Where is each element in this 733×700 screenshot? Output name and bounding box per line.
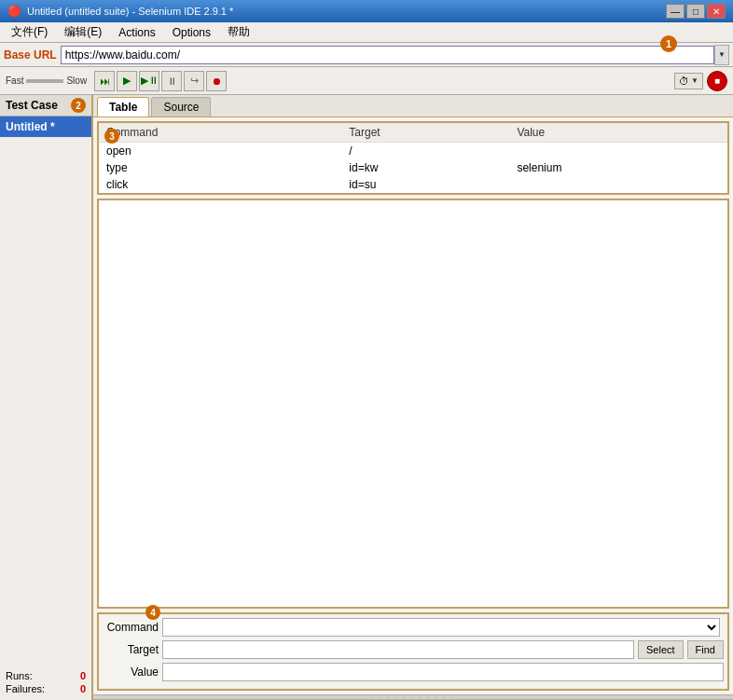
command-table: Command Target Value open / type id=kw s… bbox=[99, 123, 727, 193]
tab-source[interactable]: Source bbox=[151, 97, 211, 117]
stop-button[interactable]: ■ bbox=[707, 71, 727, 91]
step-button[interactable]: ↪ bbox=[184, 71, 204, 91]
middle-area bbox=[97, 199, 729, 609]
test-case-header: Test Case 2 bbox=[0, 95, 91, 117]
clock-button[interactable]: ⏱ ▼ bbox=[674, 73, 703, 89]
col-target: Target bbox=[341, 123, 509, 143]
close-button[interactable]: ✕ bbox=[707, 4, 726, 19]
command-label: Command bbox=[103, 621, 159, 634]
runs-value: 0 bbox=[80, 670, 86, 681]
clock-icon: ⏱ bbox=[679, 75, 689, 87]
dropdown-arrow-icon: ▼ bbox=[718, 50, 726, 59]
row1-target: / bbox=[341, 143, 509, 160]
clock-dropdown-icon: ▼ bbox=[691, 76, 698, 85]
splitter[interactable]: · · · · · · · · · · · bbox=[93, 694, 733, 700]
base-url-bar: Base URL ▼ 1 bbox=[0, 43, 733, 67]
editor-tab-bar: Table Source bbox=[93, 95, 733, 117]
speed-slider[interactable] bbox=[26, 79, 63, 83]
window-title: Untitled (untitled suite) - Selenium IDE… bbox=[27, 6, 233, 17]
runs-failures: Runs: 0 Failures: 0 bbox=[0, 666, 91, 700]
area-label-3: 3 bbox=[104, 129, 119, 144]
row3-value bbox=[509, 176, 727, 193]
target-row: Target Select Find bbox=[103, 640, 724, 659]
slow-label: Slow bbox=[66, 75, 87, 86]
target-label: Target bbox=[103, 643, 159, 656]
pause-button[interactable]: ⏸ bbox=[161, 71, 182, 91]
run-current-button[interactable]: ▶ bbox=[117, 71, 137, 91]
base-url-dropdown[interactable]: ▼ bbox=[714, 45, 729, 65]
select-button[interactable]: Select bbox=[638, 640, 684, 659]
menu-file[interactable]: 文件(F) bbox=[4, 22, 55, 42]
table-row[interactable]: open / bbox=[99, 143, 727, 160]
value-row: Value bbox=[103, 663, 724, 681]
tab-table[interactable]: Table bbox=[97, 97, 149, 117]
maximize-button[interactable]: □ bbox=[686, 4, 705, 19]
menu-actions[interactable]: Actions bbox=[111, 24, 162, 41]
area-label-1: 1 bbox=[660, 35, 677, 52]
area-label-2: 2 bbox=[71, 98, 86, 113]
test-case-panel: Test Case 2 Untitled * Runs: 0 Failures:… bbox=[0, 95, 93, 700]
command-select[interactable] bbox=[162, 618, 720, 637]
right-panel: Table Source 3 Command Target Value open… bbox=[93, 95, 733, 700]
failures-label: Failures: bbox=[6, 683, 45, 694]
menu-help[interactable]: 帮助 bbox=[220, 22, 257, 42]
base-url-label: Base URL bbox=[4, 48, 57, 62]
app-icon: 🔴 bbox=[7, 5, 21, 18]
failures-row: Failures: 0 bbox=[6, 683, 86, 694]
test-case-header-label: Test Case bbox=[6, 99, 58, 112]
col-command: Command bbox=[99, 123, 341, 143]
row3-target: id=su bbox=[341, 176, 509, 193]
target-input[interactable] bbox=[162, 640, 634, 659]
value-label: Value bbox=[103, 666, 159, 679]
row3-command: click bbox=[99, 176, 341, 193]
run-and-pause-button[interactable]: ▶⏸ bbox=[139, 71, 159, 91]
speed-bar: Fast Slow bbox=[6, 75, 87, 86]
fast-label: Fast bbox=[6, 75, 23, 86]
command-table-area: 3 Command Target Value open / bbox=[97, 121, 729, 195]
splitter-dots: · · · · · · · · · · · bbox=[372, 693, 455, 701]
minimize-button[interactable]: — bbox=[666, 4, 685, 19]
runs-row: Runs: 0 bbox=[6, 670, 86, 681]
row1-value bbox=[509, 143, 727, 160]
command-editor: 4 Command Target Select Find Value bbox=[97, 612, 729, 691]
row2-command: type bbox=[99, 159, 341, 176]
base-url-input[interactable] bbox=[61, 46, 714, 64]
table-row[interactable]: click id=su bbox=[99, 176, 727, 193]
failures-value: 0 bbox=[80, 683, 86, 694]
toolbar-right: ⏱ ▼ ■ bbox=[674, 71, 727, 91]
title-bar: 🔴 Untitled (untitled suite) - Selenium I… bbox=[0, 0, 733, 22]
record-button[interactable]: ⏺ bbox=[206, 71, 227, 91]
row1-command: open bbox=[99, 143, 341, 160]
stop-icon: ■ bbox=[714, 75, 720, 86]
menu-bar: 文件(F) 编辑(E) Actions Options 帮助 bbox=[0, 22, 733, 43]
row2-value: selenium bbox=[509, 159, 727, 176]
area-label-4: 4 bbox=[145, 605, 160, 620]
row2-target: id=kw bbox=[341, 159, 509, 176]
run-all-button[interactable]: ⏭ bbox=[94, 71, 115, 91]
find-button[interactable]: Find bbox=[687, 640, 724, 659]
runs-label: Runs: bbox=[6, 670, 33, 681]
menu-options[interactable]: Options bbox=[165, 24, 218, 41]
menu-edit[interactable]: 编辑(E) bbox=[57, 22, 109, 42]
main-area: Test Case 2 Untitled * Runs: 0 Failures:… bbox=[0, 95, 733, 700]
command-row: Command bbox=[103, 618, 724, 637]
toolbar: Fast Slow ⏭ ▶ ▶⏸ ⏸ ↪ ⏺ ⏱ ▼ ■ bbox=[0, 67, 733, 95]
test-case-item[interactable]: Untitled * bbox=[0, 117, 91, 137]
value-input[interactable] bbox=[162, 663, 724, 681]
col-value: Value bbox=[509, 123, 727, 143]
table-row[interactable]: type id=kw selenium bbox=[99, 159, 727, 176]
